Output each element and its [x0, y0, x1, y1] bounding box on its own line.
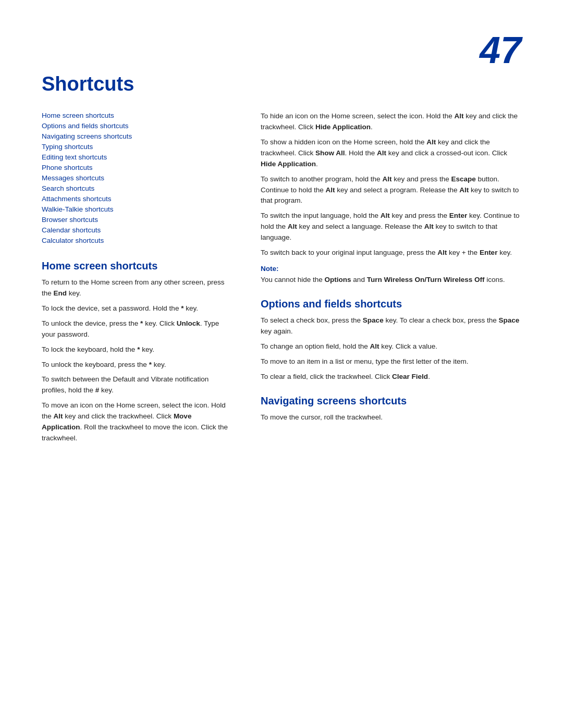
- list-item: Messages shortcuts: [42, 174, 229, 182]
- toc-link-search[interactable]: Search shortcuts: [42, 184, 94, 192]
- toc-link-phone[interactable]: Phone shortcuts: [42, 164, 93, 171]
- paragraph: To move the cursor, roll the trackwheel.: [261, 412, 521, 423]
- toc-link-typing[interactable]: Typing shortcuts: [42, 143, 93, 151]
- section-heading-navigating-screens: Navigating screens shortcuts: [261, 395, 521, 407]
- list-item: Phone shortcuts: [42, 163, 229, 171]
- list-item: Navigating screens shortcuts: [42, 132, 229, 140]
- section-navigating-screens: Navigating screens shortcuts To move the…: [261, 395, 521, 423]
- list-item: Attachments shortcuts: [42, 194, 229, 203]
- paragraph: To unlock the device, press the * key. C…: [42, 318, 229, 340]
- list-item: Walkie-Talkie shortcuts: [42, 205, 229, 213]
- paragraph: To change an option field, hold the Alt …: [261, 341, 521, 352]
- paragraph: To lock the device, set a password. Hold…: [42, 303, 229, 314]
- section-heading-home-screen: Home screen shortcuts: [42, 260, 229, 272]
- table-of-contents: Home screen shortcuts Options and fields…: [42, 111, 229, 244]
- paragraph: To switch back to your original input la…: [261, 248, 521, 258]
- paragraph: To clear a field, click the trackwheel. …: [261, 372, 521, 382]
- toc-link-options-fields[interactable]: Options and fields shortcuts: [42, 122, 129, 130]
- toc-link-attachments[interactable]: Attachments shortcuts: [42, 195, 112, 203]
- toc-link-home-screen[interactable]: Home screen shortcuts: [42, 112, 114, 119]
- toc-link-browser[interactable]: Browser shortcuts: [42, 216, 98, 224]
- page-container: 47 Shortcuts Home screen shortcuts Optio…: [0, 0, 563, 728]
- paragraph: To lock the keyboard, hold the * key.: [42, 344, 229, 355]
- paragraph: To move to an item in a list or menu, ty…: [261, 356, 521, 367]
- toc-link-messages[interactable]: Messages shortcuts: [42, 174, 104, 182]
- paragraph: To show a hidden icon on the Home screen…: [261, 137, 521, 170]
- paragraph: To move an icon on the Home screen, sele…: [42, 400, 229, 444]
- note-label: Note:: [261, 265, 521, 273]
- toc-link-editing-text[interactable]: Editing text shortcuts: [42, 153, 107, 161]
- paragraph: To unlock the keyboard, press the * key.: [42, 360, 229, 371]
- list-item: Search shortcuts: [42, 184, 229, 192]
- toc-link-navigating-screens[interactable]: Navigating screens shortcuts: [42, 132, 132, 140]
- section-heading-options-fields: Options and fields shortcuts: [261, 298, 521, 310]
- page-title: Shortcuts: [42, 73, 521, 95]
- page-number: 47: [480, 31, 521, 69]
- paragraph: To switch between the Default and Vibrat…: [42, 374, 229, 396]
- section-body-options-fields: To select a check box, press the Space k…: [261, 315, 521, 382]
- paragraph: To switch the input language, hold the A…: [261, 211, 521, 243]
- paragraph: To hide an icon on the Home screen, sele…: [261, 111, 521, 133]
- toc-link-walkie-talkie[interactable]: Walkie-Talkie shortcuts: [42, 205, 114, 213]
- left-column: Home screen shortcuts Options and fields…: [42, 111, 229, 448]
- toc-link-calculator[interactable]: Calculator shortcuts: [42, 237, 104, 244]
- toc-link-calendar[interactable]: Calendar shortcuts: [42, 226, 101, 234]
- list-item: Typing shortcuts: [42, 142, 229, 151]
- paragraph: To select a check box, press the Space k…: [261, 315, 521, 337]
- two-column-layout: Home screen shortcuts Options and fields…: [42, 111, 521, 448]
- list-item: Calendar shortcuts: [42, 226, 229, 234]
- section-body-home-screen: To return to the Home screen from any ot…: [42, 277, 229, 444]
- list-item: Calculator shortcuts: [42, 236, 229, 244]
- section-options-fields: Options and fields shortcuts To select a…: [261, 298, 521, 382]
- note-text: You cannot hide the Options and Turn Wir…: [261, 275, 521, 286]
- list-item: Options and fields shortcuts: [42, 121, 229, 130]
- paragraph: To switch to another program, hold the A…: [261, 174, 521, 207]
- list-item: Browser shortcuts: [42, 215, 229, 224]
- list-item: Editing text shortcuts: [42, 153, 229, 161]
- section-body-navigating-screens: To move the cursor, roll the trackwheel.: [261, 412, 521, 423]
- list-item: Home screen shortcuts: [42, 111, 229, 119]
- right-body-home-screen-continued: To hide an icon on the Home screen, sele…: [261, 111, 521, 258]
- paragraph: To return to the Home screen from any ot…: [42, 277, 229, 299]
- right-column: To hide an icon on the Home screen, sele…: [261, 111, 521, 448]
- section-home-screen: Home screen shortcuts To return to the H…: [42, 260, 229, 444]
